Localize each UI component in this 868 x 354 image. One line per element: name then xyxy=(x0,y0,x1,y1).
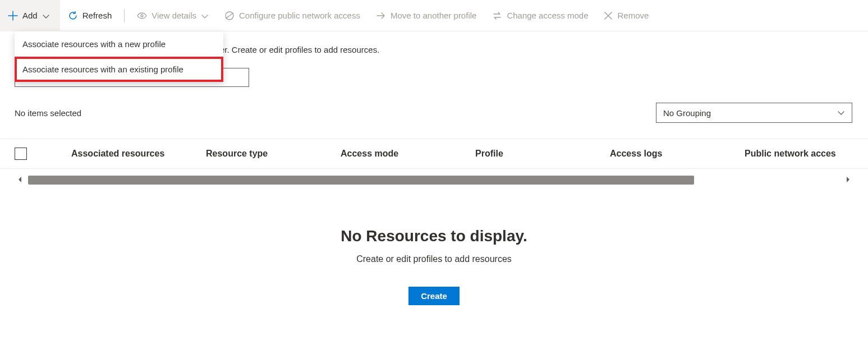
network-icon xyxy=(224,11,235,21)
move-profile-button: Move to another profile xyxy=(368,0,484,31)
col-access-logs[interactable]: Access logs xyxy=(610,149,745,159)
move-profile-label: Move to another profile xyxy=(391,11,476,20)
scroll-track[interactable] xyxy=(28,176,840,185)
chevron-down-icon xyxy=(42,12,50,20)
add-dropdown: Associate resources with a new profile A… xyxy=(15,31,223,82)
dropdown-item-label: Associate resources with a new profile xyxy=(22,39,166,49)
col-access-mode[interactable]: Access mode xyxy=(341,149,475,159)
scroll-thumb[interactable] xyxy=(28,176,694,185)
plus-icon xyxy=(8,11,18,21)
scroll-right-arrow[interactable] xyxy=(842,176,853,185)
status-row: No items selected No Grouping xyxy=(0,87,868,123)
empty-heading: No Resources to display. xyxy=(0,227,868,245)
select-all-checkbox[interactable] xyxy=(15,148,27,160)
chevron-down-icon xyxy=(201,12,209,20)
grouping-value: No Grouping xyxy=(663,108,711,118)
col-profile[interactable]: Profile xyxy=(475,149,610,159)
refresh-button[interactable]: Refresh xyxy=(60,0,120,31)
configure-access-button: Configure public network access xyxy=(217,0,368,31)
empty-subtext: Create or edit profiles to add resources xyxy=(0,254,868,264)
close-icon xyxy=(604,11,613,20)
col-associated-resources[interactable]: Associated resources xyxy=(71,149,206,159)
horizontal-scrollbar[interactable] xyxy=(0,172,868,188)
view-details-label: View details xyxy=(151,11,196,20)
table-header-row: Associated resources Resource type Acces… xyxy=(0,139,868,169)
remove-label: Remove xyxy=(617,11,649,20)
refresh-label: Refresh xyxy=(82,11,112,20)
eye-icon xyxy=(137,11,147,21)
chevron-down-icon xyxy=(837,109,845,117)
dropdown-item-existing-profile[interactable]: Associate resources with an existing pro… xyxy=(15,57,223,82)
add-label: Add xyxy=(22,11,38,20)
refresh-icon xyxy=(68,11,78,21)
arrow-right-icon xyxy=(376,11,386,21)
svg-point-0 xyxy=(141,15,143,17)
empty-state: No Resources to display. Create or edit … xyxy=(0,227,868,305)
remove-button: Remove xyxy=(596,0,656,31)
dropdown-item-new-profile[interactable]: Associate resources with a new profile xyxy=(15,31,223,57)
change-mode-button: Change access mode xyxy=(484,0,596,31)
resources-table: Associated resources Resource type Acces… xyxy=(0,139,868,188)
configure-access-label: Configure public network access xyxy=(239,11,360,20)
change-mode-label: Change access mode xyxy=(507,11,588,20)
view-details-button: View details xyxy=(129,0,217,31)
dropdown-item-label: Associate resources with an existing pro… xyxy=(22,65,183,74)
command-bar: Add Refresh View details Configure publi… xyxy=(0,0,868,31)
scroll-left-arrow[interactable] xyxy=(15,176,26,185)
grouping-select[interactable]: No Grouping xyxy=(656,103,852,123)
col-public-network-access[interactable]: Public network acces xyxy=(745,149,868,159)
col-resource-type[interactable]: Resource type xyxy=(206,149,341,159)
add-button[interactable]: Add xyxy=(0,0,60,31)
separator xyxy=(124,9,125,22)
select-all-cell xyxy=(15,148,71,160)
create-button[interactable]: Create xyxy=(408,287,460,305)
selection-status: No items selected xyxy=(15,108,81,118)
swap-icon xyxy=(492,11,502,21)
